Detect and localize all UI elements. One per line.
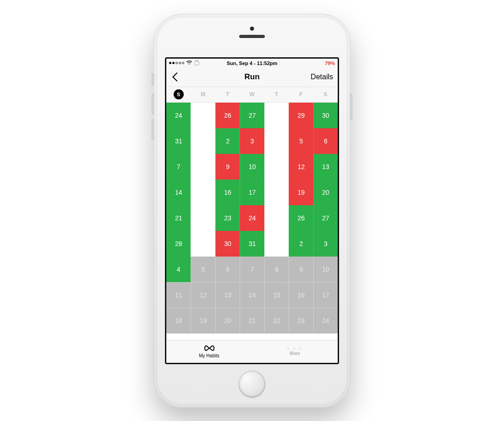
phone-frame: Sun, Sep 4 - 11:52pm 79% Run Details SMT…	[153, 14, 351, 408]
calendar-day[interactable]: 19	[289, 180, 313, 205]
dow-cell: S	[166, 87, 191, 102]
loading-spinner-icon	[194, 60, 199, 66]
calendar-day[interactable]	[191, 128, 215, 154]
calendar-day: 22	[264, 308, 289, 334]
more-dots-icon: ○ ○ ○	[287, 347, 303, 350]
status-bar: Sun, Sep 4 - 11:52pm 79%	[166, 59, 338, 68]
calendar-day: 17	[313, 282, 338, 308]
calendar-day[interactable]: 6	[313, 128, 338, 154]
status-left	[169, 60, 227, 66]
calendar-day[interactable]: 2	[215, 128, 240, 154]
calendar-row: 18192021222324	[166, 308, 338, 334]
calendar-scroll[interactable]: 2426272930312356791012131416171920212324…	[166, 103, 338, 340]
calendar-day[interactable]: 23	[215, 205, 240, 231]
dow-cell: M	[191, 87, 215, 102]
dow-cell: F	[289, 87, 313, 102]
battery-pct: 79%	[277, 60, 335, 66]
calendar-day[interactable]	[264, 205, 289, 231]
calendar-day: 12	[191, 282, 215, 308]
phone-speaker	[239, 35, 265, 38]
calendar-day[interactable]: 3	[313, 231, 338, 257]
calendar-day[interactable]	[264, 103, 289, 128]
calendar-day[interactable]: 2	[289, 231, 313, 257]
calendar-day: 16	[289, 282, 313, 308]
calendar-day: 7	[240, 257, 264, 282]
phone-camera	[250, 27, 254, 31]
calendar-day[interactable]: 31	[240, 231, 264, 257]
calendar-day[interactable]	[191, 103, 215, 128]
calendar-day[interactable]: 24	[240, 205, 264, 231]
calendar-day: 6	[215, 257, 240, 282]
dow-cell: S	[313, 87, 338, 102]
calendar-day[interactable]	[191, 180, 215, 205]
calendar-day[interactable]: 27	[240, 103, 264, 128]
details-button[interactable]: Details	[311, 73, 333, 81]
calendar-day[interactable]: 30	[215, 231, 240, 257]
calendar-day[interactable]: 26	[215, 103, 240, 128]
calendar-day: 24	[313, 308, 338, 334]
calendar-day: 23	[289, 308, 313, 334]
calendar-day[interactable]: 3	[240, 128, 264, 154]
calendar-day: 13	[215, 282, 240, 308]
calendar-day[interactable]: 16	[215, 180, 240, 205]
mute-switch[interactable]	[152, 73, 154, 85]
calendar-day[interactable]: 17	[240, 180, 264, 205]
calendar-day: 15	[264, 282, 289, 308]
calendar-row: 79101213	[166, 154, 338, 180]
calendar-day[interactable]: 30	[313, 103, 338, 128]
calendar-day[interactable]: 10	[240, 154, 264, 180]
calendar-day[interactable]: 4	[166, 257, 191, 282]
cellular-signal-icon	[169, 62, 184, 64]
calendar-day: 11	[166, 282, 191, 308]
calendar-day[interactable]	[191, 205, 215, 231]
calendar-day[interactable]: 24	[166, 103, 191, 128]
calendar-day[interactable]: 29	[289, 103, 313, 128]
calendar-day[interactable]: 31	[166, 128, 191, 154]
calendar-day: 20	[215, 308, 240, 334]
calendar-row: 28303123	[166, 231, 338, 257]
tab-my-habits[interactable]: My Habits	[166, 340, 252, 363]
calendar-day: 14	[240, 282, 264, 308]
tab-label: More	[290, 351, 300, 356]
calendar-day[interactable]	[264, 180, 289, 205]
power-button[interactable]	[350, 94, 352, 120]
calendar-day: 19	[191, 308, 215, 334]
calendar-day[interactable]	[264, 128, 289, 154]
calendar-day[interactable]: 7	[166, 154, 191, 180]
calendar-day[interactable]	[191, 231, 215, 257]
calendar-row: 2123242627	[166, 205, 338, 231]
home-button[interactable]	[239, 371, 265, 397]
calendar-day[interactable]: 9	[215, 154, 240, 180]
calendar-row: 2426272930	[166, 103, 338, 128]
dow-cell: T	[215, 87, 240, 102]
calendar-day: 10	[313, 257, 338, 282]
volume-up-button[interactable]	[152, 94, 154, 114]
infinity-icon	[203, 344, 215, 353]
volume-down-button[interactable]	[152, 119, 154, 139]
calendar-day[interactable]	[264, 154, 289, 180]
wifi-icon	[186, 60, 192, 66]
calendar-day[interactable]: 20	[313, 180, 338, 205]
calendar-day[interactable]: 28	[166, 231, 191, 257]
calendar-row: 312356	[166, 128, 338, 154]
nav-header: Run Details	[166, 68, 338, 87]
calendar-day[interactable]	[264, 231, 289, 257]
calendar-row: 1416171920	[166, 180, 338, 205]
calendar-day[interactable]: 27	[313, 205, 338, 231]
calendar-day[interactable]: 14	[166, 180, 191, 205]
calendar-day: 8	[264, 257, 289, 282]
calendar-day[interactable]: 5	[289, 128, 313, 154]
tab-bar: My Habits ○ ○ ○ More	[166, 340, 338, 363]
calendar-day[interactable]	[191, 154, 215, 180]
calendar-day[interactable]: 21	[166, 205, 191, 231]
calendar-day[interactable]: 13	[313, 154, 338, 180]
tab-label: My Habits	[199, 353, 219, 358]
tab-more[interactable]: ○ ○ ○ More	[252, 340, 338, 363]
calendar-day[interactable]: 26	[289, 205, 313, 231]
chevron-left-icon	[172, 72, 181, 82]
calendar-row: 45678910	[166, 257, 338, 282]
back-button[interactable]	[171, 71, 183, 83]
calendar-day[interactable]: 12	[289, 154, 313, 180]
calendar-day: 21	[240, 308, 264, 334]
calendar-day: 18	[166, 308, 191, 334]
